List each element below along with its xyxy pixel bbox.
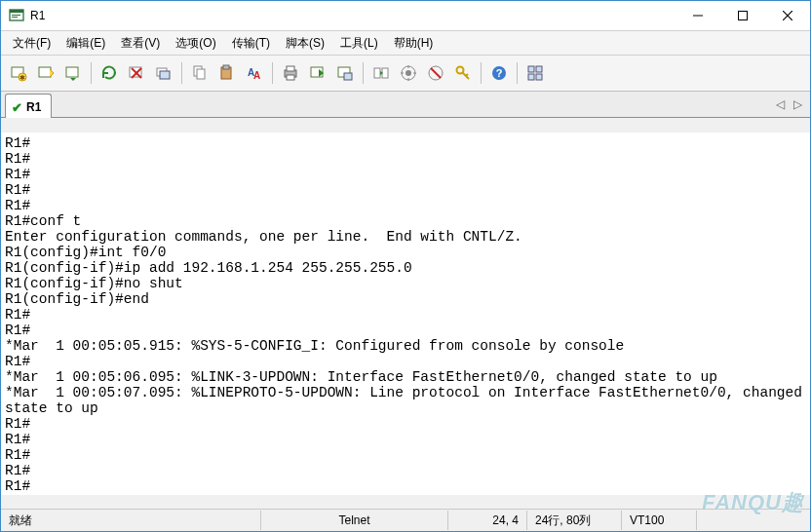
disconnect-icon[interactable] bbox=[124, 60, 149, 86]
session-options-icon[interactable] bbox=[332, 60, 358, 86]
toolbar-separator bbox=[363, 62, 364, 84]
svg-rect-1 bbox=[10, 10, 23, 13]
menu-help[interactable]: 帮助(H) bbox=[386, 32, 442, 55]
toolbar-separator bbox=[481, 62, 482, 84]
toolbar: ✱ AA ? bbox=[1, 56, 810, 92]
svg-rect-42 bbox=[536, 66, 542, 72]
svg-rect-2 bbox=[12, 15, 20, 16]
toolbar-separator bbox=[517, 62, 518, 84]
svg-rect-11 bbox=[39, 67, 51, 77]
script-stop-icon[interactable] bbox=[423, 60, 448, 86]
find-icon[interactable]: AA bbox=[242, 60, 267, 86]
svg-line-38 bbox=[466, 74, 468, 76]
svg-rect-3 bbox=[12, 17, 18, 18]
status-size: 24行, 80列 bbox=[527, 511, 622, 530]
minimize-button[interactable] bbox=[676, 1, 720, 30]
tab-session-active[interactable]: ✔ R1 bbox=[5, 94, 52, 118]
sessions-icon[interactable] bbox=[151, 60, 176, 86]
toolbar-separator bbox=[91, 62, 92, 84]
paste-icon[interactable] bbox=[214, 60, 240, 86]
close-button[interactable] bbox=[765, 1, 810, 30]
svg-rect-5 bbox=[739, 12, 748, 20]
menu-bar: 文件(F) 编辑(E) 查看(V) 选项(O) 传输(T) 脚本(S) 工具(L… bbox=[1, 31, 810, 56]
send-icon[interactable] bbox=[305, 60, 330, 86]
svg-text:A: A bbox=[253, 70, 260, 81]
status-cursor: 24, 4 bbox=[448, 511, 527, 530]
svg-rect-44 bbox=[536, 74, 542, 80]
app-window: R1 文件(F) 编辑(E) 查看(V) 选项(O) 传输(T) 脚本(S) 工… bbox=[0, 0, 811, 532]
menu-file[interactable]: 文件(F) bbox=[5, 32, 58, 55]
svg-rect-12 bbox=[66, 67, 78, 77]
toolbar-separator bbox=[181, 62, 182, 84]
menu-edit[interactable]: 编辑(E) bbox=[58, 32, 113, 55]
terminal-output[interactable]: R1# R1# R1# R1# R1# R1#conf t Enter conf… bbox=[1, 133, 810, 495]
svg-rect-26 bbox=[287, 75, 294, 80]
tab-scroll-right-icon[interactable]: ▷ bbox=[791, 95, 804, 113]
svg-text:?: ? bbox=[496, 67, 503, 79]
svg-rect-21 bbox=[223, 65, 229, 69]
svg-rect-19 bbox=[197, 69, 205, 79]
status-emulation: VT100 bbox=[622, 511, 697, 530]
svg-text:✱: ✱ bbox=[19, 74, 25, 81]
svg-rect-25 bbox=[287, 66, 294, 71]
app-icon bbox=[9, 8, 24, 23]
toolbar-separator bbox=[272, 62, 273, 84]
tab-strip: ✔ R1 ◁ ▷ bbox=[1, 92, 810, 118]
menu-script[interactable]: 脚本(S) bbox=[278, 32, 332, 55]
copy-icon[interactable] bbox=[187, 60, 212, 86]
menu-view[interactable]: 查看(V) bbox=[113, 32, 168, 55]
svg-line-35 bbox=[431, 68, 441, 78]
svg-rect-17 bbox=[160, 71, 170, 79]
status-ready: 就绪 bbox=[1, 511, 261, 530]
title-bar: R1 bbox=[1, 1, 810, 31]
svg-rect-43 bbox=[528, 74, 534, 80]
menu-options[interactable]: 选项(O) bbox=[168, 32, 223, 55]
svg-rect-41 bbox=[528, 66, 534, 72]
status-bar: 就绪 Telnet 24, 4 24行, 80列 VT100 bbox=[1, 509, 810, 531]
key-icon[interactable] bbox=[450, 60, 476, 86]
tab-scroll-left-icon[interactable]: ◁ bbox=[773, 95, 787, 113]
script-run-icon[interactable] bbox=[396, 60, 421, 86]
status-protocol: Telnet bbox=[261, 511, 448, 530]
window-title: R1 bbox=[30, 9, 45, 22]
check-icon: ✔ bbox=[12, 100, 22, 115]
transfer-icon[interactable] bbox=[368, 60, 394, 86]
menu-tools[interactable]: 工具(L) bbox=[332, 32, 386, 55]
print-icon[interactable] bbox=[278, 60, 303, 86]
connect-sftp-icon[interactable] bbox=[60, 60, 86, 86]
quick-connect-icon[interactable] bbox=[33, 60, 58, 86]
svg-point-33 bbox=[406, 70, 411, 76]
tile-icon[interactable] bbox=[522, 60, 548, 86]
menu-transfer[interactable]: 传输(T) bbox=[224, 32, 278, 55]
svg-rect-29 bbox=[344, 73, 352, 80]
svg-rect-30 bbox=[374, 68, 380, 78]
tab-label: R1 bbox=[26, 100, 41, 114]
new-session-icon[interactable]: ✱ bbox=[6, 60, 31, 86]
reconnect-icon[interactable] bbox=[97, 60, 122, 86]
maximize-button[interactable] bbox=[720, 1, 765, 30]
help-icon[interactable]: ? bbox=[486, 60, 512, 86]
